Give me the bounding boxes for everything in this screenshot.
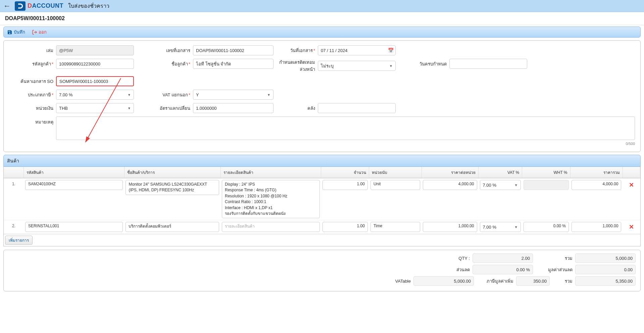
item-name-input[interactable]: Monitor 24" SAMSUNG LS24C330GAEXXT (IPS,… [126,180,219,195]
discountamt-label: มูลค่าส่วนลด [536,266,573,273]
discountamt-total [575,265,636,274]
form-panel: เล่ม เลขที่เอกสาร วันที่เอกสาร 📅 รหัสลูก… [3,40,641,152]
chevron-down-icon: ▼ [514,225,518,229]
item-wht-input[interactable]: 0.00 % [524,222,569,232]
item-detail-input[interactable]: รายละเอียดสินค้า [222,222,320,232]
item-price-input[interactable]: 1,000.00 [423,222,477,232]
remark-charcount: 0/500 [56,142,635,146]
page-title: ใบส่งของชั่วคราว [68,2,109,10]
delete-row-icon[interactable]: ✕ [624,222,639,231]
col-vat: VAT % [479,167,522,178]
col-price: ราคาต่อหน่วย [422,167,478,178]
item-price-input[interactable]: 4,000.00 [423,180,477,190]
custname-label: ชื่อลูกค้า [153,60,193,67]
item-vat-select[interactable]: 7.00 %▼ [480,180,521,190]
col-code: รหัสสินค้า [24,167,125,178]
docdate-label: วันที่เอกสาร [278,47,318,54]
col-name: ชื่อสินค้า/บริการ [124,167,220,178]
save-icon [7,30,12,35]
item-detail-input[interactable]: Display : 24" IPS Response Time : 4ms (G… [222,180,320,218]
chevron-down-icon: ▼ [128,106,131,110]
chevron-down-icon: ▼ [128,93,131,97]
col-qty: จำนวน [321,167,369,178]
vatable-label: VATable [330,279,411,284]
custname-input[interactable] [193,59,274,69]
docno-label: เลขที่เอกสาร [153,47,193,54]
volume-input [56,45,134,55]
custcode-label: รหัสลูกค้า [9,60,56,67]
chevron-down-icon: ▼ [267,93,270,97]
taxtype-select[interactable]: 7.00 %▼ [56,90,134,100]
volume-label: เล่ม [9,47,56,54]
table-row: 2.SERINSTALL001บริการติดตั้งคอมพิวเตอร์ร… [4,220,640,234]
items-grid: รหัสสินค้า ชื่อสินค้า/บริการ รายละเอียดส… [3,167,641,246]
exchrate-label: อัตราแลกเปลี่ยน [153,105,193,112]
warehouse-label: คลัง [278,105,318,112]
vatadd-label: ภาษีมูลค่าเพิ่ม [477,278,513,285]
taxtype-label: ประเภทภาษี [9,91,56,98]
sum-label: รวม [536,255,573,262]
discount-pct[interactable] [473,265,533,274]
col-detail: รายละเอียดสินค้า [220,167,321,178]
item-unit-input[interactable]: Time [370,222,420,232]
exchrate-input[interactable] [193,103,274,113]
item-name-input[interactable]: บริการติดตั้งคอมพิวเตอร์ [126,222,219,232]
calendar-icon[interactable]: 📅 [388,48,394,53]
item-unit-input[interactable]: Unit [370,180,420,190]
app-logo [15,1,26,11]
exit-icon [32,30,37,35]
searchso-input[interactable] [56,76,134,86]
remark-label: หมายเหตุ [9,116,56,126]
document-number-header: DOAP5W/00011-100002 [0,12,644,25]
item-code-input[interactable]: SAM240100HZ [25,180,123,190]
qty-total [473,253,533,263]
col-wht: WHT % [522,167,570,178]
currency-select[interactable]: THB▼ [56,103,134,113]
sum-total [575,253,636,263]
grand-label: รวม [552,278,573,285]
row-index: 1. [4,178,24,220]
credit-label: กำหนดเครดิตเทอมล่วงหน้า [278,59,318,73]
item-wht-input [524,180,569,190]
add-row-button[interactable]: เพิ่มรายการ [5,236,33,245]
item-total-input[interactable]: 4,000.00 [572,180,621,190]
exit-label: ออก [39,29,47,36]
grand-total [575,276,636,286]
currency-label: หน่วยเงิน [9,105,56,112]
col-unit: หน่วยนับ [369,167,422,178]
item-code-input[interactable]: SERINSTALL001 [25,222,123,232]
delete-row-icon[interactable]: ✕ [624,180,639,189]
item-vat-select[interactable]: 7.00 %▼ [480,222,521,232]
remark-textarea[interactable] [56,116,635,140]
item-qty-input[interactable]: 1.00 [323,222,368,232]
warehouse-input[interactable] [318,103,396,113]
docdate-input[interactable] [318,45,396,55]
vatsep-select[interactable]: Y▼ [193,90,274,100]
action-toolbar: บันทึก ออก [3,27,641,38]
save-label: บันทึก [14,29,25,36]
searchso-label: ค้นหาเอกสาร SO [9,78,56,85]
row-index: 2. [4,220,24,234]
duedate-label: วันครบกำหนด [406,60,449,67]
item-total-input[interactable]: 1,000.00 [572,222,621,232]
exit-button[interactable]: ออก [32,29,47,36]
vatable-total [413,276,474,286]
col-total: ราคารวม [570,167,623,178]
save-button[interactable]: บันทึก [7,29,25,36]
duedate-input[interactable] [449,59,527,69]
items-section-header: สินค้า [3,155,641,167]
top-bar: ← DACCOUNT ใบส่งของชั่วคราว [0,0,644,12]
vatadd-total [516,276,550,286]
credit-select[interactable]: ไม่ระบุ▼ [318,61,396,71]
docno-input[interactable] [193,45,274,55]
chevron-down-icon: ▼ [389,64,393,68]
qty-label: QTY : [433,256,470,261]
discount-label: ส่วนลด [433,266,470,273]
back-arrow-icon[interactable]: ← [3,2,11,10]
chevron-down-icon: ▼ [514,183,518,187]
item-qty-input[interactable]: 1.00 [323,180,368,190]
totals-panel: QTY : รวม ส่วนลด มูลค่าส่วนลด VATable ภา… [3,250,641,291]
table-row: 1.SAM240100HZMonitor 24" SAMSUNG LS24C33… [4,178,640,220]
brand-text: DACCOUNT [28,2,63,9]
custcode-input[interactable] [56,59,134,69]
